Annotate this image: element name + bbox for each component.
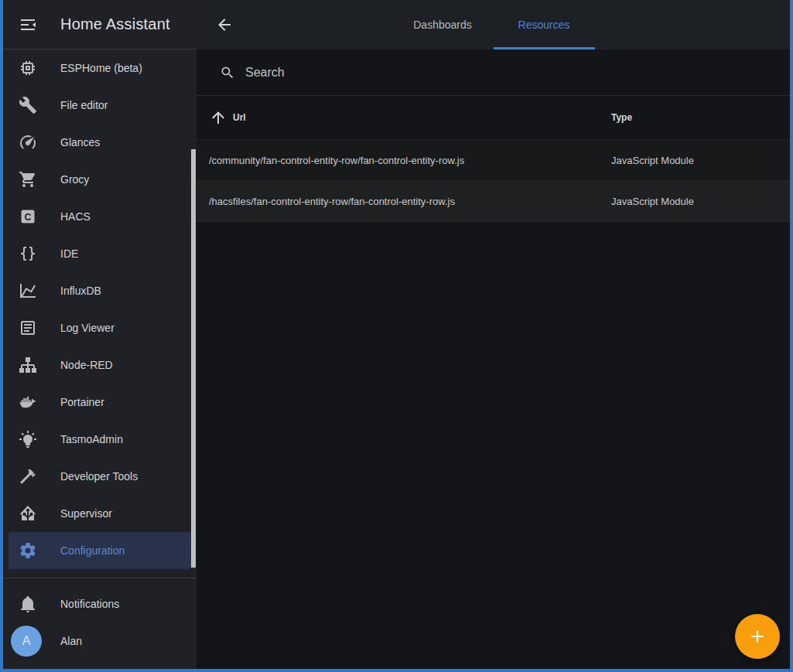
wrench-icon — [19, 96, 37, 114]
sidebar-item-node-red[interactable]: Node-RED — [3, 346, 197, 384]
column-header-type[interactable]: Type — [611, 112, 778, 123]
sort-ascending-icon — [209, 108, 227, 127]
back-arrow-icon[interactable] — [215, 15, 234, 34]
tab-resources[interactable]: Resources — [494, 0, 595, 49]
main-content: Dashboards Resources Url Type — [197, 0, 790, 669]
home-assistant-icon — [19, 504, 37, 523]
log-document-icon — [19, 319, 37, 337]
sidebar-item-label: Notifications — [60, 598, 119, 610]
sidebar-item-label: Log Viewer — [60, 322, 115, 334]
hacs-icon: C — [19, 207, 37, 226]
table-header-row: Url Type — [197, 96, 790, 140]
sidebar-header: Home Assistant — [3, 0, 197, 49]
resources-table: Url Type /community/fan-control-entity-r… — [197, 96, 790, 222]
sidebar-item-label: IDE — [60, 247, 78, 260]
add-resource-button[interactable] — [735, 614, 780, 659]
sitemap-icon — [19, 356, 37, 374]
sidebar-item-grocy[interactable]: Grocy — [3, 161, 197, 198]
sidebar-menu: ESPHome (beta)File editorGlancesGrocyCHA… — [3, 49, 197, 578]
bell-icon — [19, 595, 37, 613]
sidebar-item-label: Glances — [60, 136, 100, 148]
hammer-icon — [19, 467, 37, 486]
resource-url-cell: /community/fan-control-entity-row/fan-co… — [209, 140, 611, 181]
avatar: A — [11, 626, 42, 657]
tab-bar: Dashboards Resources — [392, 0, 595, 49]
column-label: Type — [611, 112, 632, 123]
chip-icon — [19, 59, 37, 77]
svg-text:C: C — [24, 212, 31, 223]
resource-url-cell: /hacsfiles/fan-control-entity-row/fan-co… — [209, 181, 611, 222]
tab-dashboards[interactable]: Dashboards — [392, 0, 494, 49]
sidebar: Home Assistant ESPHome (beta)File editor… — [3, 0, 197, 669]
sidebar-item-log-viewer[interactable]: Log Viewer — [3, 309, 197, 346]
sidebar-item-tasmoadmin[interactable]: TasmoAdmin — [3, 421, 197, 458]
app-window: Home Assistant ESPHome (beta)File editor… — [3, 0, 790, 669]
sidebar-toggle-icon[interactable] — [19, 15, 37, 34]
column-header-url[interactable]: Url — [209, 108, 611, 127]
docker-whale-icon — [19, 393, 37, 411]
table-body: /community/fan-control-entity-row/fan-co… — [197, 140, 790, 222]
sidebar-item-label: Node-RED — [60, 359, 113, 371]
search-bar — [197, 49, 790, 96]
speedometer-icon — [19, 133, 37, 152]
sidebar-scrollbar[interactable] — [191, 149, 196, 568]
cart-icon — [19, 170, 37, 189]
sidebar-item-label: Developer Tools — [60, 470, 138, 483]
user-name: Alan — [60, 635, 82, 647]
table-row[interactable]: /community/fan-control-entity-row/fan-co… — [197, 140, 790, 181]
sidebar-item-esphome-beta[interactable]: ESPHome (beta) — [3, 49, 197, 87]
sidebar-item-label: InfluxDB — [60, 285, 101, 297]
plus-icon — [747, 626, 767, 646]
lightbulb-icon — [19, 430, 37, 449]
sidebar-item-configuration[interactable]: Configuration — [9, 532, 191, 569]
search-icon — [220, 65, 235, 80]
resource-type-cell: JavaScript Module — [611, 155, 778, 166]
sidebar-footer: Notifications A Alan — [3, 578, 197, 669]
column-label: Url — [233, 112, 246, 123]
sidebar-item-label: File editor — [60, 99, 108, 111]
sidebar-item-label: HACS — [60, 210, 91, 223]
sidebar-item-notifications[interactable]: Notifications — [3, 585, 197, 623]
active-tab-indicator — [494, 47, 595, 49]
gear-icon — [19, 541, 37, 560]
sidebar-item-label: Portainer — [60, 396, 104, 408]
app-title: Home Assistant — [60, 15, 170, 33]
chart-line-icon — [19, 281, 37, 300]
sidebar-item-influxdb[interactable]: InfluxDB — [3, 272, 197, 309]
search-input[interactable] — [245, 66, 771, 80]
sidebar-item-hacs[interactable]: CHACS — [3, 198, 197, 235]
sidebar-item-file-editor[interactable]: File editor — [3, 87, 197, 124]
sidebar-item-label: Supervisor — [60, 507, 112, 520]
sidebar-item-user-profile[interactable]: A Alan — [3, 623, 197, 660]
sidebar-item-developer-tools[interactable]: Developer Tools — [3, 458, 197, 495]
sidebar-item-glances[interactable]: Glances — [3, 124, 197, 161]
resource-type-cell: JavaScript Module — [611, 196, 778, 207]
code-braces-icon — [19, 244, 37, 263]
sidebar-item-label: ESPHome (beta) — [60, 62, 142, 74]
sidebar-item-supervisor[interactable]: Supervisor — [3, 495, 197, 532]
tab-label: Resources — [518, 19, 570, 31]
top-app-bar: Dashboards Resources — [197, 0, 790, 49]
sidebar-item-label: Grocy — [60, 173, 89, 186]
sidebar-item-label: Configuration — [60, 544, 125, 557]
table-row[interactable]: /hacsfiles/fan-control-entity-row/fan-co… — [197, 181, 790, 222]
tab-label: Dashboards — [413, 19, 472, 31]
sidebar-item-label: TasmoAdmin — [60, 433, 123, 445]
sidebar-item-ide[interactable]: IDE — [3, 235, 197, 272]
sidebar-item-portainer[interactable]: Portainer — [3, 384, 197, 421]
